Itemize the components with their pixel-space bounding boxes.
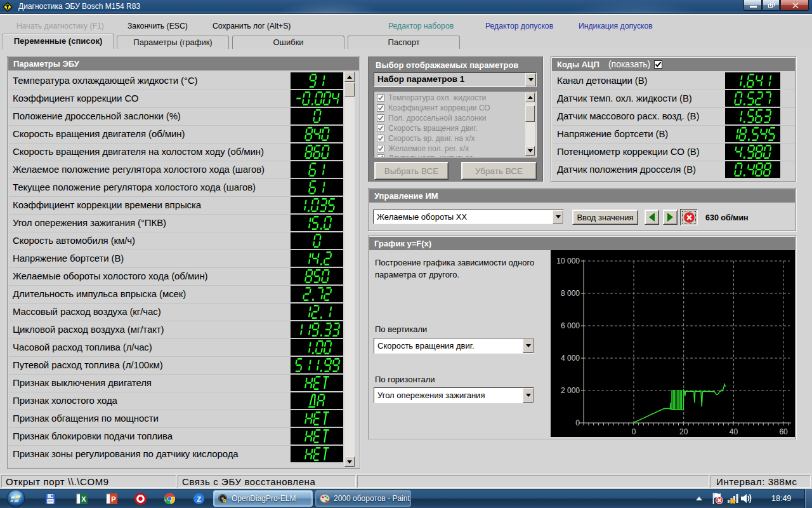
svg-text:20: 20 (679, 427, 688, 436)
svg-text:2 000: 2 000 (561, 386, 580, 395)
svg-text:X: X (81, 495, 86, 503)
svg-text:40: 40 (730, 427, 738, 436)
svg-text:6 000: 6 000 (561, 321, 580, 330)
svg-text:60: 60 (779, 427, 788, 436)
svg-text:8 000: 8 000 (561, 289, 580, 298)
svg-text:0: 0 (632, 427, 636, 436)
svg-text:Z: Z (197, 495, 201, 503)
svg-text:0: 0 (575, 418, 580, 427)
svg-text:10 000: 10 000 (556, 257, 580, 265)
svg-text:P: P (111, 495, 115, 503)
svg-text:4 000: 4 000 (561, 354, 580, 363)
